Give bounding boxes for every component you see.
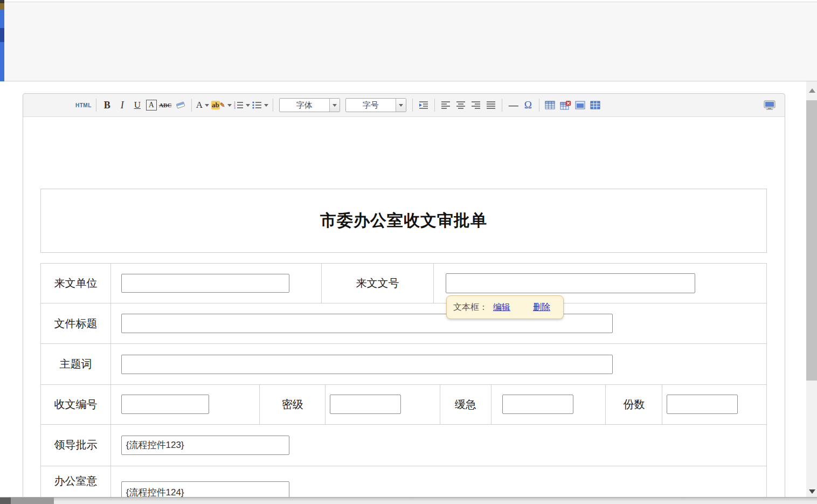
table-row: 文件标题 bbox=[41, 303, 766, 344]
label-copies: 份数 bbox=[606, 385, 662, 424]
highlight-color-icon[interactable]: ab✎ bbox=[211, 98, 232, 112]
delete-table-icon[interactable] bbox=[559, 98, 572, 112]
toolbar-separator bbox=[434, 99, 435, 112]
fullscreen-icon[interactable] bbox=[763, 98, 776, 112]
ordered-list-icon[interactable]: 123 bbox=[234, 98, 250, 112]
font-size-select[interactable]: 字号 bbox=[345, 98, 406, 112]
form-title-box: 市委办公室收文审批单 bbox=[40, 189, 767, 253]
table-row: 来文单位 来文文号 bbox=[41, 264, 766, 303]
boxed-font-icon[interactable]: A bbox=[146, 100, 157, 111]
source-unit-input[interactable] bbox=[121, 274, 289, 293]
doc-number-input[interactable] bbox=[446, 273, 695, 293]
toolbar-separator bbox=[502, 99, 502, 112]
cell-doc-title bbox=[111, 303, 766, 343]
underline-icon[interactable]: U bbox=[131, 98, 144, 112]
cell-secrecy bbox=[326, 385, 440, 424]
bold-icon[interactable]: B bbox=[101, 98, 114, 112]
keywords-input[interactable] bbox=[121, 355, 613, 374]
label-leader-remarks: 领导批示 bbox=[41, 425, 111, 466]
header-panel bbox=[4, 0, 817, 81]
align-justify-icon[interactable] bbox=[484, 98, 497, 112]
form-title: 市委办公室收文审批单 bbox=[320, 210, 487, 232]
cell-source-unit bbox=[111, 264, 322, 303]
tooltip-edit-link[interactable]: 编辑 bbox=[493, 302, 510, 313]
indent-icon[interactable] bbox=[417, 98, 430, 112]
tooltip-label: 文本框： bbox=[453, 302, 488, 313]
label-receipt-no: 收文编号 bbox=[41, 385, 111, 424]
edge-mark bbox=[0, 3, 4, 10]
label-source-unit: 来文单位 bbox=[41, 264, 111, 303]
table-row: 收文编号 密级 缓急 份数 bbox=[41, 385, 766, 425]
caret-icon bbox=[264, 104, 268, 107]
edge-mark bbox=[0, 28, 4, 42]
table-cell-properties-icon[interactable] bbox=[574, 98, 587, 112]
horizontal-rule-icon[interactable]: — bbox=[507, 98, 520, 112]
select-arrow-icon[interactable] bbox=[396, 99, 406, 112]
strikethrough-icon[interactable]: ABC bbox=[159, 98, 172, 112]
svg-text:3: 3 bbox=[234, 106, 236, 109]
font-family-select[interactable]: 字体 bbox=[279, 98, 340, 112]
label-doc-number: 来文文号 bbox=[322, 264, 434, 303]
cell-keywords bbox=[111, 344, 766, 384]
toolbar-separator bbox=[412, 99, 413, 112]
label-urgency: 缓急 bbox=[440, 385, 491, 424]
align-left-icon[interactable] bbox=[439, 98, 452, 112]
vertical-scrollbar-thumb[interactable] bbox=[806, 100, 817, 381]
horizontal-scrollbar-cap bbox=[0, 498, 11, 504]
left-edge-strip bbox=[0, 0, 4, 81]
table-structure-icon[interactable] bbox=[589, 98, 602, 112]
select-arrow-icon[interactable] bbox=[329, 99, 340, 112]
cell-urgency bbox=[491, 385, 606, 424]
label-doc-title: 文件标题 bbox=[41, 303, 111, 343]
editor-toolbar: HTML B I U A ABC A ab✎ 123 字体 字号 — Ω bbox=[23, 93, 785, 117]
align-right-icon[interactable] bbox=[469, 98, 482, 112]
caret-icon bbox=[205, 104, 209, 107]
insert-table-icon[interactable] bbox=[544, 98, 557, 112]
secrecy-input[interactable] bbox=[330, 395, 401, 414]
horizontal-scrollbar-track[interactable] bbox=[0, 497, 817, 504]
caret-icon bbox=[246, 104, 250, 107]
toolbar-separator bbox=[273, 99, 273, 112]
textbox-tooltip: 文本框： 编辑 删除 bbox=[446, 295, 564, 319]
label-secrecy: 密级 bbox=[260, 385, 326, 424]
table-row: 主题词 bbox=[41, 344, 766, 384]
caret-icon bbox=[227, 104, 232, 107]
eraser-icon[interactable] bbox=[174, 98, 187, 112]
toolbar-separator bbox=[96, 99, 96, 112]
receipt-no-input[interactable] bbox=[121, 395, 209, 414]
cell-receipt-no bbox=[111, 385, 260, 424]
label-keywords: 主题词 bbox=[41, 344, 111, 384]
html-source-icon[interactable]: HTML bbox=[75, 98, 92, 112]
scroll-down-arrow-icon[interactable] bbox=[809, 489, 815, 494]
urgency-input[interactable] bbox=[502, 395, 573, 414]
copies-input[interactable] bbox=[667, 395, 738, 414]
special-char-icon[interactable]: Ω bbox=[522, 98, 535, 112]
scroll-up-arrow-icon[interactable] bbox=[809, 88, 815, 93]
italic-icon[interactable]: I bbox=[116, 98, 129, 112]
table-row: 领导批示 bbox=[41, 425, 766, 466]
toolbar-separator bbox=[539, 99, 539, 112]
unordered-list-icon[interactable] bbox=[252, 98, 268, 112]
toolbar-separator bbox=[191, 99, 192, 112]
leader-remarks-input[interactable] bbox=[121, 436, 289, 455]
form-table: 来文单位 来文文号 文件标题 主题词 收文编号 密级 缓急 份数 bbox=[40, 263, 767, 504]
font-color-icon[interactable]: A bbox=[196, 98, 209, 112]
cell-leader-remarks bbox=[111, 425, 766, 466]
header-topline bbox=[4, 0, 817, 2]
tooltip-delete-link[interactable]: 删除 bbox=[533, 302, 550, 313]
cell-copies bbox=[662, 385, 766, 424]
align-center-icon[interactable] bbox=[454, 98, 467, 112]
